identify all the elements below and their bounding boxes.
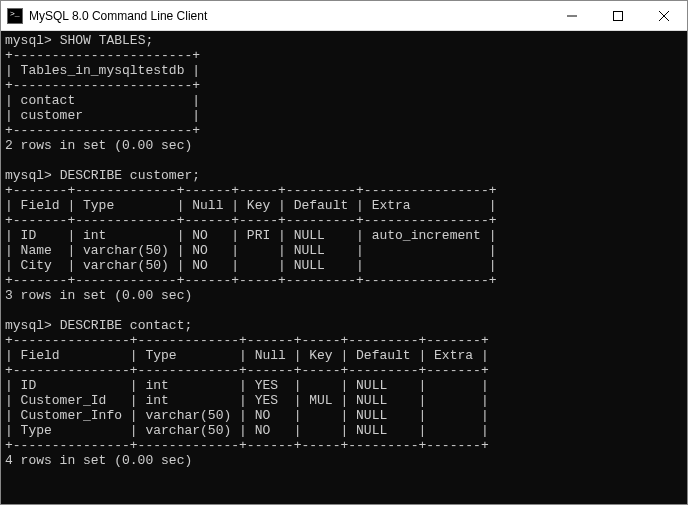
prompt: mysql> bbox=[5, 168, 52, 183]
prompt: mysql> bbox=[5, 33, 52, 48]
table-header: | Tables_in_mysqltestdb | bbox=[5, 63, 200, 78]
minimize-button[interactable] bbox=[549, 1, 595, 30]
table-row: | Customer_Id | int | YES | MUL | NULL |… bbox=[5, 393, 489, 408]
app-icon bbox=[7, 8, 23, 24]
table-header: | Field | Type | Null | Key | Default | … bbox=[5, 198, 496, 213]
prompt: mysql> bbox=[5, 318, 52, 333]
terminal-output[interactable]: mysql> SHOW TABLES; +-------------------… bbox=[1, 31, 687, 504]
svg-rect-1 bbox=[614, 11, 623, 20]
close-button[interactable] bbox=[641, 1, 687, 30]
table-row: | City | varchar(50) | NO | | NULL | | bbox=[5, 258, 496, 273]
table-border: +-----------------------+ bbox=[5, 48, 200, 63]
command-describe-customer: DESCRIBE customer; bbox=[60, 168, 200, 183]
table-row: | ID | int | YES | | NULL | | bbox=[5, 378, 489, 393]
table-border: +-----------------------+ bbox=[5, 78, 200, 93]
table-border: +-------+-------------+------+-----+----… bbox=[5, 273, 496, 288]
table-border: +-------+-------------+------+-----+----… bbox=[5, 213, 496, 228]
window-title: MySQL 8.0 Command Line Client bbox=[29, 9, 549, 23]
maximize-button[interactable] bbox=[595, 1, 641, 30]
table-border: +---------------+-------------+------+--… bbox=[5, 333, 489, 348]
command-describe-contact: DESCRIBE contact; bbox=[60, 318, 193, 333]
table-header: | Field | Type | Null | Key | Default | … bbox=[5, 348, 489, 363]
table-row: | contact | bbox=[5, 93, 200, 108]
command-show-tables: SHOW TABLES; bbox=[60, 33, 154, 48]
status-line: 4 rows in set (0.00 sec) bbox=[5, 453, 192, 468]
table-border: +---------------+-------------+------+--… bbox=[5, 363, 489, 378]
table-row: | Customer_Info | varchar(50) | NO | | N… bbox=[5, 408, 489, 423]
titlebar: MySQL 8.0 Command Line Client bbox=[1, 1, 687, 31]
app-window: MySQL 8.0 Command Line Client mysql> SHO… bbox=[0, 0, 688, 505]
table-row: | Type | varchar(50) | NO | | NULL | | bbox=[5, 423, 489, 438]
table-border: +---------------+-------------+------+--… bbox=[5, 438, 489, 453]
table-border: +-----------------------+ bbox=[5, 123, 200, 138]
window-controls bbox=[549, 1, 687, 30]
table-row: | customer | bbox=[5, 108, 200, 123]
table-row: | ID | int | NO | PRI | NULL | auto_incr… bbox=[5, 228, 496, 243]
table-border: +-------+-------------+------+-----+----… bbox=[5, 183, 496, 198]
status-line: 2 rows in set (0.00 sec) bbox=[5, 138, 192, 153]
table-row: | Name | varchar(50) | NO | | NULL | | bbox=[5, 243, 496, 258]
status-line: 3 rows in set (0.00 sec) bbox=[5, 288, 192, 303]
